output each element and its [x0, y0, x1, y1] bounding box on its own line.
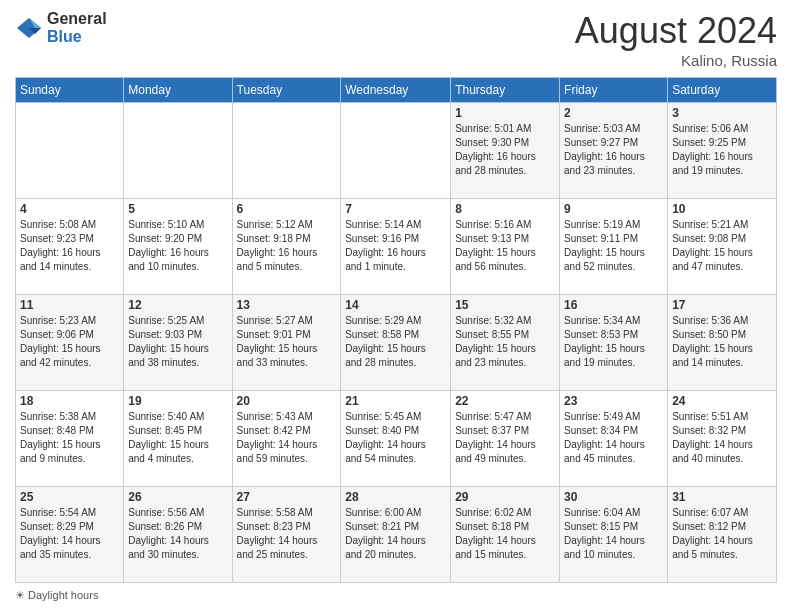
table-row: 4Sunrise: 5:08 AMSunset: 9:23 PMDaylight…: [16, 199, 124, 295]
table-row: 3Sunrise: 5:06 AMSunset: 9:25 PMDaylight…: [668, 103, 777, 199]
logo-general: General: [47, 10, 107, 28]
day-detail: Sunrise: 5:12 AMSunset: 9:18 PMDaylight:…: [237, 218, 337, 274]
day-detail: Sunrise: 5:38 AMSunset: 8:48 PMDaylight:…: [20, 410, 119, 466]
table-row: 7Sunrise: 5:14 AMSunset: 9:16 PMDaylight…: [341, 199, 451, 295]
table-row: 2Sunrise: 5:03 AMSunset: 9:27 PMDaylight…: [560, 103, 668, 199]
day-detail: Sunrise: 5:54 AMSunset: 8:29 PMDaylight:…: [20, 506, 119, 562]
table-row: 30Sunrise: 6:04 AMSunset: 8:15 PMDayligh…: [560, 487, 668, 583]
table-row: [341, 103, 451, 199]
table-row: 19Sunrise: 5:40 AMSunset: 8:45 PMDayligh…: [124, 391, 232, 487]
day-number: 24: [672, 394, 772, 408]
day-number: 10: [672, 202, 772, 216]
col-monday: Monday: [124, 78, 232, 103]
day-number: 18: [20, 394, 119, 408]
table-row: [16, 103, 124, 199]
day-number: 27: [237, 490, 337, 504]
day-number: 29: [455, 490, 555, 504]
table-row: 24Sunrise: 5:51 AMSunset: 8:32 PMDayligh…: [668, 391, 777, 487]
day-number: 21: [345, 394, 446, 408]
table-row: 8Sunrise: 5:16 AMSunset: 9:13 PMDaylight…: [451, 199, 560, 295]
logo: General Blue: [15, 10, 107, 45]
page: General Blue August 2024 Kalino, Russia …: [0, 0, 792, 612]
table-row: 15Sunrise: 5:32 AMSunset: 8:55 PMDayligh…: [451, 295, 560, 391]
day-detail: Sunrise: 5:06 AMSunset: 9:25 PMDaylight:…: [672, 122, 772, 178]
calendar-week-row: 4Sunrise: 5:08 AMSunset: 9:23 PMDaylight…: [16, 199, 777, 295]
day-detail: Sunrise: 5:32 AMSunset: 8:55 PMDaylight:…: [455, 314, 555, 370]
table-row: 18Sunrise: 5:38 AMSunset: 8:48 PMDayligh…: [16, 391, 124, 487]
table-row: [124, 103, 232, 199]
day-detail: Sunrise: 5:10 AMSunset: 9:20 PMDaylight:…: [128, 218, 227, 274]
calendar-table: Sunday Monday Tuesday Wednesday Thursday…: [15, 77, 777, 583]
day-number: 11: [20, 298, 119, 312]
table-row: 17Sunrise: 5:36 AMSunset: 8:50 PMDayligh…: [668, 295, 777, 391]
day-detail: Sunrise: 5:45 AMSunset: 8:40 PMDaylight:…: [345, 410, 446, 466]
logo-blue: Blue: [47, 28, 107, 46]
day-detail: Sunrise: 5:27 AMSunset: 9:01 PMDaylight:…: [237, 314, 337, 370]
day-detail: Sunrise: 5:43 AMSunset: 8:42 PMDaylight:…: [237, 410, 337, 466]
table-row: 27Sunrise: 5:58 AMSunset: 8:23 PMDayligh…: [232, 487, 341, 583]
day-detail: Sunrise: 5:36 AMSunset: 8:50 PMDaylight:…: [672, 314, 772, 370]
table-row: 31Sunrise: 6:07 AMSunset: 8:12 PMDayligh…: [668, 487, 777, 583]
table-row: 29Sunrise: 6:02 AMSunset: 8:18 PMDayligh…: [451, 487, 560, 583]
table-row: 23Sunrise: 5:49 AMSunset: 8:34 PMDayligh…: [560, 391, 668, 487]
day-number: 3: [672, 106, 772, 120]
col-wednesday: Wednesday: [341, 78, 451, 103]
day-number: 26: [128, 490, 227, 504]
day-detail: Sunrise: 5:01 AMSunset: 9:30 PMDaylight:…: [455, 122, 555, 178]
day-number: 13: [237, 298, 337, 312]
day-detail: Sunrise: 5:14 AMSunset: 9:16 PMDaylight:…: [345, 218, 446, 274]
col-friday: Friday: [560, 78, 668, 103]
day-detail: Sunrise: 5:21 AMSunset: 9:08 PMDaylight:…: [672, 218, 772, 274]
day-detail: Sunrise: 5:49 AMSunset: 8:34 PMDaylight:…: [564, 410, 663, 466]
title-location: Kalino, Russia: [575, 52, 777, 69]
day-detail: Sunrise: 5:47 AMSunset: 8:37 PMDaylight:…: [455, 410, 555, 466]
day-number: 14: [345, 298, 446, 312]
table-row: [232, 103, 341, 199]
table-row: 20Sunrise: 5:43 AMSunset: 8:42 PMDayligh…: [232, 391, 341, 487]
table-row: 9Sunrise: 5:19 AMSunset: 9:11 PMDaylight…: [560, 199, 668, 295]
legend: ☀ Daylight hours: [15, 589, 777, 602]
table-row: 6Sunrise: 5:12 AMSunset: 9:18 PMDaylight…: [232, 199, 341, 295]
table-row: 14Sunrise: 5:29 AMSunset: 8:58 PMDayligh…: [341, 295, 451, 391]
day-detail: Sunrise: 5:58 AMSunset: 8:23 PMDaylight:…: [237, 506, 337, 562]
table-row: 28Sunrise: 6:00 AMSunset: 8:21 PMDayligh…: [341, 487, 451, 583]
day-number: 4: [20, 202, 119, 216]
day-number: 7: [345, 202, 446, 216]
table-row: 10Sunrise: 5:21 AMSunset: 9:08 PMDayligh…: [668, 199, 777, 295]
day-detail: Sunrise: 5:29 AMSunset: 8:58 PMDaylight:…: [345, 314, 446, 370]
day-number: 17: [672, 298, 772, 312]
table-row: 13Sunrise: 5:27 AMSunset: 9:01 PMDayligh…: [232, 295, 341, 391]
table-row: 21Sunrise: 5:45 AMSunset: 8:40 PMDayligh…: [341, 391, 451, 487]
day-detail: Sunrise: 5:23 AMSunset: 9:06 PMDaylight:…: [20, 314, 119, 370]
title-month: August 2024: [575, 10, 777, 52]
day-number: 25: [20, 490, 119, 504]
day-number: 20: [237, 394, 337, 408]
day-detail: Sunrise: 5:34 AMSunset: 8:53 PMDaylight:…: [564, 314, 663, 370]
day-number: 8: [455, 202, 555, 216]
day-detail: Sunrise: 5:08 AMSunset: 9:23 PMDaylight:…: [20, 218, 119, 274]
day-number: 31: [672, 490, 772, 504]
day-detail: Sunrise: 5:40 AMSunset: 8:45 PMDaylight:…: [128, 410, 227, 466]
logo-icon: [15, 14, 43, 42]
col-tuesday: Tuesday: [232, 78, 341, 103]
header: General Blue August 2024 Kalino, Russia: [15, 10, 777, 69]
calendar-header-row: Sunday Monday Tuesday Wednesday Thursday…: [16, 78, 777, 103]
table-row: 1Sunrise: 5:01 AMSunset: 9:30 PMDaylight…: [451, 103, 560, 199]
title-block: August 2024 Kalino, Russia: [575, 10, 777, 69]
col-saturday: Saturday: [668, 78, 777, 103]
day-detail: Sunrise: 5:25 AMSunset: 9:03 PMDaylight:…: [128, 314, 227, 370]
table-row: 16Sunrise: 5:34 AMSunset: 8:53 PMDayligh…: [560, 295, 668, 391]
day-detail: Sunrise: 6:07 AMSunset: 8:12 PMDaylight:…: [672, 506, 772, 562]
col-sunday: Sunday: [16, 78, 124, 103]
day-number: 1: [455, 106, 555, 120]
col-thursday: Thursday: [451, 78, 560, 103]
day-detail: Sunrise: 6:04 AMSunset: 8:15 PMDaylight:…: [564, 506, 663, 562]
day-detail: Sunrise: 5:56 AMSunset: 8:26 PMDaylight:…: [128, 506, 227, 562]
day-number: 9: [564, 202, 663, 216]
day-number: 5: [128, 202, 227, 216]
day-number: 2: [564, 106, 663, 120]
table-row: 26Sunrise: 5:56 AMSunset: 8:26 PMDayligh…: [124, 487, 232, 583]
day-detail: Sunrise: 5:51 AMSunset: 8:32 PMDaylight:…: [672, 410, 772, 466]
calendar-week-row: 11Sunrise: 5:23 AMSunset: 9:06 PMDayligh…: [16, 295, 777, 391]
table-row: 12Sunrise: 5:25 AMSunset: 9:03 PMDayligh…: [124, 295, 232, 391]
